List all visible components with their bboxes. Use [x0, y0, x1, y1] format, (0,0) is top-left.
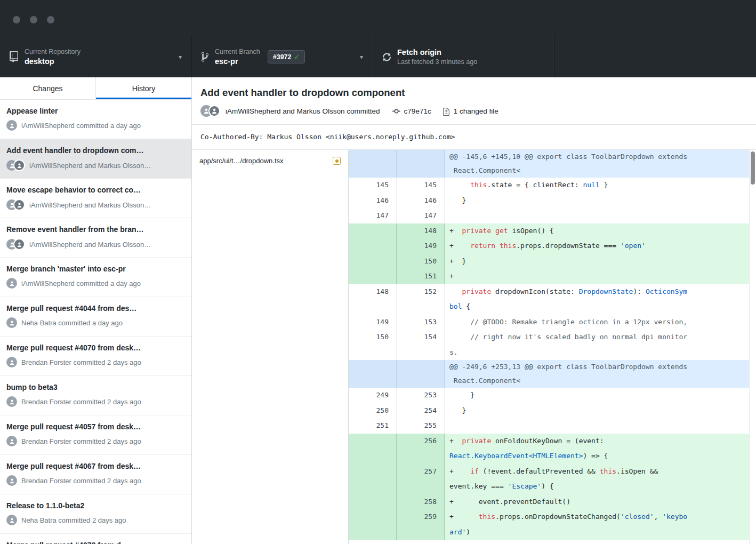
new-line-number: 148	[397, 223, 445, 239]
old-line-number	[349, 525, 397, 540]
commit-list-item[interactable]: Add event handler to dropdown com…iAmWil…	[0, 139, 191, 179]
diff-code-text: }	[445, 403, 756, 419]
avatar	[6, 120, 17, 131]
new-line-number	[397, 360, 445, 374]
new-line-number	[397, 164, 445, 178]
diff-code-text: s.	[445, 345, 756, 361]
chevron-down-icon: ▾	[173, 53, 182, 61]
diff-code-text: + return this.props.dropdownState === 'o…	[445, 238, 756, 254]
new-line-number: 255	[397, 418, 445, 434]
commit-item-title: Release to 1.1.0-beta2	[6, 501, 185, 510]
new-line-number: 147	[397, 208, 445, 223]
old-line-number: 146	[349, 193, 397, 209]
avatar	[6, 317, 17, 328]
commit-list-item[interactable]: Move escape behavior to correct co…iAmWi…	[0, 179, 191, 218]
minimize-window-button[interactable]	[30, 16, 37, 23]
commit-item-title: Add event handler to dropdown com…	[6, 146, 185, 155]
sync-icon	[383, 52, 391, 62]
commit-meta-row: iAmWillShepherd and Markus Olsson commit…	[200, 105, 747, 117]
commit-list-item[interactable]: Remove event handler from the bran…iAmWi…	[0, 218, 191, 258]
old-line-number	[349, 269, 397, 284]
old-line-number	[349, 494, 397, 510]
tab-changes[interactable]: Changes	[0, 77, 96, 99]
old-line-number	[349, 150, 397, 164]
fetch-origin-label: Fetch origin	[397, 47, 477, 58]
zoom-window-button[interactable]	[47, 16, 54, 23]
commit-list-item[interactable]: Merge pull request #4070 from desk…Brend…	[0, 337, 191, 376]
fetch-origin-status: Last fetched 3 minutes ago	[397, 58, 477, 67]
new-line-number	[397, 479, 445, 494]
diff-line-row: 249253 }	[349, 388, 756, 403]
diff-rows: @@ -145,6 +145,10 @@ export class Toolba…	[349, 150, 756, 540]
changed-files-list: app/src/ui/t…/dropdown.tsx	[192, 150, 349, 544]
commit-item-title: Merge branch 'master' into esc-pr	[6, 265, 185, 274]
avatar	[6, 357, 17, 367]
old-line-number	[349, 238, 397, 254]
commit-list-item[interactable]: Release to 1.1.0-beta2Neha Batra committ…	[0, 494, 191, 534]
titlebar	[0, 0, 756, 36]
diff-viewer: @@ -145,6 +145,10 @@ export class Toolba…	[349, 150, 756, 544]
old-line-number	[349, 299, 397, 315]
diff-code-text: // @TODO: Remake triangle octicon in a 1…	[445, 315, 756, 330]
old-line-number	[349, 360, 397, 374]
diff-scrollbar-track[interactable]	[749, 150, 756, 544]
old-line-number	[349, 345, 397, 361]
commit-item-byline: iAmWillShepherd and Markus Olsson…	[29, 162, 151, 170]
diff-scrollbar-thumb[interactable]	[751, 151, 755, 185]
close-window-button[interactable]	[13, 16, 20, 23]
commit-list-item[interactable]: Merge pull request #4057 from desk…Brend…	[0, 415, 191, 455]
tab-history[interactable]: History	[96, 77, 191, 99]
old-line-number	[349, 374, 397, 388]
commit-item-meta: iAmWillShepherd and Markus Olsson…	[6, 238, 185, 250]
diff-code-text: + this.props.onDropdownStateChanged('clo…	[445, 509, 756, 525]
commit-list-item[interactable]: bump to beta3Brendan Forster committed 2…	[0, 376, 191, 415]
old-line-number	[349, 223, 397, 239]
diff-code-text	[445, 418, 756, 434]
diff-line-row: ard')	[349, 525, 756, 540]
diff-code-text: +	[445, 269, 756, 284]
diff-code-text: + event.preventDefault()	[445, 494, 756, 510]
commit-list-item[interactable]: Merge pull request #4067 from desk…Brend…	[0, 455, 191, 494]
commit-item-meta: iAmWillShepherd and Markus Olsson…	[6, 199, 185, 211]
commit-item-meta: Neha Batra committed a day ago	[6, 317, 185, 328]
new-line-number	[397, 299, 445, 315]
diff-code-text: + private onFoldoutKeyDown = (event:	[445, 434, 756, 449]
current-branch-button[interactable]: Current Branch esc-pr #3972 ✓ ▾	[192, 36, 373, 77]
commit-list-item[interactable]: Merge pull request #4073 from d…	[0, 534, 191, 544]
diff-area: app/src/ui/t…/dropdown.tsx @@ -145,6 +14…	[192, 150, 756, 544]
commit-detail-pane: Add event handler to dropdown component …	[192, 77, 756, 544]
avatar	[6, 396, 17, 407]
commit-item-title: Move escape behavior to correct co…	[6, 186, 185, 195]
new-line-number: 149	[397, 238, 445, 254]
repo-icon	[10, 51, 18, 62]
commit-description: Co-Authored-By: Markus Olsson <niik@user…	[192, 125, 756, 149]
diff-hunk-row: @@ -145,6 +145,10 @@ export class Toolba…	[349, 150, 756, 164]
commit-list-item[interactable]: Appease linteriAmWillShepherd committed …	[0, 100, 191, 139]
pull-request-number: #3972	[273, 53, 292, 61]
diff-code-text: private dropdownIcon(state: DropdownStat…	[445, 284, 756, 300]
commit-item-byline: Brendan Forster committed 2 days ago	[21, 437, 141, 445]
changed-file-item[interactable]: app/src/ui/t…/dropdown.tsx	[192, 150, 348, 172]
diff-code-text: ard')	[445, 525, 756, 540]
new-line-number	[397, 449, 445, 464]
current-repository-button[interactable]: Current Repository desktop ▾	[0, 36, 192, 77]
old-line-number: 147	[349, 208, 397, 223]
diff-hunk-row: React.Component<	[349, 374, 756, 388]
diff-code-text: React.KeyboardEvent<HTMLElement>) => {	[445, 449, 756, 464]
old-line-number	[349, 164, 397, 178]
commit-item-title: Merge pull request #4070 from desk…	[6, 343, 185, 353]
commit-list-item[interactable]: Merge pull request #4044 from des…Neha B…	[0, 297, 191, 337]
diff-line-row: 148+ private get isOpen() {	[349, 223, 756, 239]
current-branch-label: Current Branch	[215, 47, 260, 57]
github-desktop-window: Current Repository desktop ▾ Current Bra…	[0, 0, 756, 544]
diff-line-row: 251255	[349, 418, 756, 434]
new-line-number: 153	[397, 315, 445, 330]
commit-list-item[interactable]: Merge branch 'master' into esc-priAmWill…	[0, 258, 191, 297]
commit-item-meta: Brendan Forster committed 2 days ago	[6, 396, 185, 407]
fetch-origin-button[interactable]: Fetch origin Last fetched 3 minutes ago	[373, 36, 554, 77]
diff-code-text: @@ -145,6 +145,10 @@ export class Toolba…	[445, 150, 756, 164]
diff-line-row: React.KeyboardEvent<HTMLElement>) => {	[349, 449, 756, 464]
new-line-number	[397, 525, 445, 540]
diff-line-row: 257+ if (!event.defaultPrevented && this…	[349, 464, 756, 479]
old-line-number	[349, 464, 397, 479]
